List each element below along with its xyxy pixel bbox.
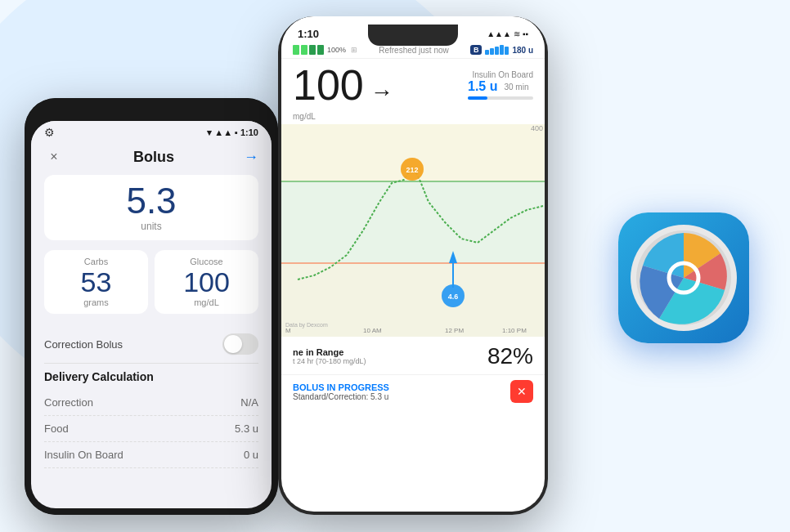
u-bar-4	[500, 45, 504, 55]
glucose-value: 100	[163, 268, 250, 296]
svg-text:1:10 PM: 1:10 PM	[502, 327, 527, 334]
iob-title: Insulin On Board	[468, 70, 533, 79]
left-phone-body: ⚙ ▾ ▲▲ ▪ 1:10 × Bolus →	[25, 98, 278, 515]
u-bar-1	[485, 50, 489, 55]
delivery-row-correction: Correction N/A	[44, 390, 258, 416]
right-phone-screen: 1:10 ▲▲▲ ≋ ▪▪ 100% ⊞	[281, 16, 545, 512]
correction-bolus-label: Correction Bolus	[44, 338, 123, 351]
chart-svg: 400 212 4.6 M 10 AM 12 PM 1:10	[281, 124, 545, 337]
svg-text:4.6: 4.6	[448, 293, 459, 301]
svg-text:12 PM: 12 PM	[445, 327, 464, 334]
svg-text:400: 400	[531, 124, 543, 132]
iob-row-value: 0 u	[244, 449, 258, 461]
delivery-row-food: Food 5.3 u	[44, 416, 258, 442]
bottom-panels: ne in Range t 24 hr (70-180 mg/dL) 82% B…	[281, 337, 545, 408]
refreshed-text: Refreshed just now	[357, 46, 470, 55]
network-icon: ▲▲	[214, 127, 232, 137]
glucose-unit: mg/dL	[163, 297, 250, 307]
tir-sublabel: t 24 hr (70-180 mg/dL)	[293, 357, 366, 365]
carbs-unit: grams	[52, 297, 140, 307]
time-in-range-row: ne in Range t 24 hr (70-180 mg/dL) 82%	[281, 337, 545, 375]
main-scene: ⚙ ▾ ▲▲ ▪ 1:10 × Bolus →	[0, 0, 790, 532]
bolus-cancel-button[interactable]: ✕	[510, 380, 533, 403]
bolus-number: 5.3	[44, 183, 258, 219]
iob-row-label: Insulin On Board	[44, 449, 123, 461]
iob-box: Insulin On Board 1.5 u 30 min	[468, 70, 533, 100]
svg-text:10 AM: 10 AM	[363, 327, 382, 334]
cgm-u-bars	[485, 45, 509, 55]
bolus-detail-label: Standard/Correction: 5.3 u	[293, 392, 389, 401]
battery-icon: ▪▪	[523, 29, 528, 38]
app-icon-inner	[631, 225, 737, 331]
bg-trend-arrow-icon: →	[370, 79, 393, 105]
forward-arrow-icon[interactable]: →	[244, 149, 258, 166]
iphone-status-icons: ▲▲▲ ≋ ▪▪	[487, 29, 528, 38]
carbs-box[interactable]: Carbs 53 grams	[44, 250, 148, 314]
bg-reading-row: 100 → Insulin On Board 1.5 u 30 min	[281, 59, 545, 108]
iob-value: 1.5 u	[468, 79, 497, 94]
carbs-value: 53	[52, 268, 140, 296]
bolus-screen: × Bolus → 5.3 units Carbs 53 grams	[31, 142, 272, 468]
bolus-value-box[interactable]: 5.3 units	[44, 175, 258, 240]
correction-bolus-row: Correction Bolus	[44, 325, 258, 364]
svg-text:M: M	[285, 327, 291, 334]
correction-bolus-toggle[interactable]	[222, 333, 258, 355]
cgm-right-info: B 180 u	[470, 45, 533, 55]
tir-percentage: 82%	[487, 343, 533, 369]
gear-icon: ⚙	[44, 126, 55, 139]
wifi-icon: ≋	[514, 29, 520, 38]
pump-icon: ⊞	[351, 46, 357, 54]
battery-bars	[293, 45, 324, 55]
cgm-battery: 100% ⊞	[293, 45, 357, 55]
carbs-label: Carbs	[52, 257, 140, 266]
bolus-title: Bolus	[133, 149, 174, 166]
notch	[368, 25, 458, 46]
tir-left: ne in Range t 24 hr (70-180 mg/dL)	[293, 347, 366, 365]
delivery-section: Delivery Calculation Correction N/A Food…	[44, 364, 258, 468]
battery-pct: 100%	[327, 46, 346, 54]
bolus-progress-info: BOLUS IN PROGRESS Standard/Correction: 5…	[293, 382, 389, 401]
bg-mgdl-label: mg/dL	[293, 112, 316, 121]
status-time: 1:10	[240, 127, 258, 137]
bg-number: 100	[293, 64, 364, 106]
bolus-progress-row: BOLUS IN PROGRESS Standard/Correction: 5…	[281, 375, 545, 408]
left-phone-screen: ⚙ ▾ ▲▲ ▪ 1:10 × Bolus →	[31, 121, 272, 508]
tir-label: ne in Range	[293, 347, 366, 357]
signal-icon: ▲▲▲	[487, 29, 511, 38]
app-icon-graphic	[635, 229, 733, 327]
bolus-units-label: units	[44, 221, 258, 232]
close-button[interactable]: ×	[44, 147, 64, 167]
cgm-chart: 400 212 4.6 M 10 AM 12 PM 1:10	[281, 124, 545, 337]
bat-bar-3	[309, 45, 316, 55]
app-icon	[618, 212, 749, 343]
delivery-title: Delivery Calculation	[44, 370, 258, 383]
food-row-label: Food	[44, 422, 69, 435]
wifi-icon: ▾	[207, 127, 212, 138]
delivery-row-iob: Insulin On Board 0 u	[44, 442, 258, 468]
food-row-value: 5.3 u	[235, 422, 258, 435]
u-bar-2	[490, 48, 494, 55]
right-phone: 1:10 ▲▲▲ ≋ ▪▪ 100% ⊞	[278, 16, 548, 515]
correction-row-value: N/A	[240, 396, 258, 409]
close-x-icon: ✕	[517, 385, 527, 398]
battery-icon: ▪	[235, 127, 238, 137]
bat-bar-1	[293, 45, 299, 55]
iob-bar-fill	[468, 96, 487, 100]
bg-num-arrow: 100 →	[293, 64, 393, 106]
bolus-header: × Bolus →	[44, 142, 258, 175]
correction-row-label: Correction	[44, 396, 93, 409]
iphone-time: 1:10	[298, 28, 319, 40]
u-bar-3	[495, 47, 499, 55]
svg-text:212: 212	[406, 166, 418, 174]
iob-progress-bar	[468, 96, 533, 100]
svg-text:Data by Dexcom: Data by Dexcom	[285, 322, 328, 329]
glucose-box[interactable]: Glucose 100 mg/dL	[155, 250, 258, 314]
left-phone: ⚙ ▾ ▲▲ ▪ 1:10 × Bolus →	[25, 98, 278, 515]
bat-bar-4	[317, 45, 324, 55]
left-status-bar: ⚙ ▾ ▲▲ ▪ 1:10	[31, 121, 272, 142]
glucose-label: Glucose	[163, 257, 250, 266]
u-bar-5	[505, 47, 509, 55]
iob-time: 30 min	[504, 83, 528, 92]
bat-bar-2	[301, 45, 307, 55]
bolus-in-progress-label: BOLUS IN PROGRESS	[293, 382, 389, 392]
